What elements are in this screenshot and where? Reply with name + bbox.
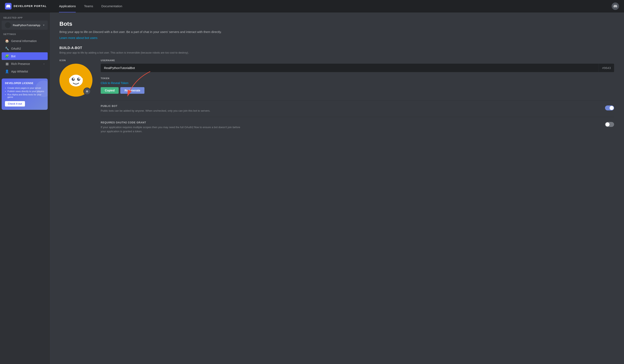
nav-teams[interactable]: Teams: [80, 0, 97, 12]
bot-builder: ICON: [59, 59, 614, 137]
public-bot-desc: Public bots can be added by anyone. When…: [101, 109, 245, 113]
topnav: DEVELOPER PORTAL Applications Teams Docu…: [0, 0, 624, 12]
app-icon: [5, 22, 11, 28]
dev-license-title: DEVELOPER LICENSE: [5, 82, 44, 85]
bot-avatar-wrapper: ⊕: [59, 64, 92, 97]
public-bot-title: PUBLIC BOT: [101, 105, 601, 108]
icon-label: ICON: [59, 59, 92, 62]
main-content: Bots Bring your app to life on Discord w…: [50, 12, 624, 364]
sidebar-item-app-whitelist[interactable]: 👤 App Whitelist: [2, 68, 48, 75]
svg-point-5: [78, 78, 80, 80]
sidebar-item-label: App Whitelist: [11, 70, 28, 73]
nav-documentation[interactable]: Documentation: [97, 0, 126, 12]
username-label: USERNAME: [101, 59, 614, 62]
bot-avatar-svg: [65, 69, 87, 91]
sidebar: SELECTED APP RealPythonTutorialApp ▾ SET…: [0, 12, 50, 364]
user-avatar[interactable]: [612, 2, 619, 10]
oauth2-grant-section: REQUIRES OAUTH2 CODE GRANT If your appli…: [101, 117, 614, 137]
body-layout: SELECTED APP RealPythonTutorialApp ▾ SET…: [0, 12, 624, 364]
page-subtitle: Bring your app to life on Discord with a…: [59, 30, 225, 34]
dev-license-feature-3: Run Alpha and Beta tests for your game: [5, 93, 44, 98]
token-buttons: Copied Regenerate: [101, 87, 614, 94]
camera-plus-icon: ⊕: [86, 90, 88, 93]
regenerate-button[interactable]: Regenerate: [120, 87, 144, 94]
sidebar-item-bot[interactable]: 🧩 Bot: [2, 52, 48, 60]
svg-point-4: [73, 78, 75, 80]
svg-rect-6: [69, 78, 71, 81]
chevron-down-icon: ▾: [43, 24, 44, 26]
dev-license-feature-2: Publish news directly to your players: [5, 90, 44, 92]
developer-license-card: DEVELOPER LICENSE Create store pages in …: [2, 78, 48, 110]
oauth2-grant-title: REQUIRES OAUTH2 CODE GRANT: [101, 121, 601, 124]
settings-label: SETTINGS: [0, 33, 49, 35]
reveal-token-link[interactable]: Click to Reveal Token: [101, 81, 128, 85]
nav-links: Applications Teams Documentation: [55, 0, 612, 12]
home-icon: 🏠: [5, 39, 9, 43]
public-bot-toggle-track[interactable]: [605, 106, 614, 111]
sidebar-item-oauth2[interactable]: 🔧 OAuth2: [2, 45, 48, 52]
svg-rect-7: [80, 78, 83, 81]
puzzle-icon: 🧩: [5, 54, 9, 58]
public-bot-toggle[interactable]: [605, 106, 614, 111]
logo[interactable]: DEVELOPER PORTAL: [5, 3, 47, 9]
oauth2-grant-toggle[interactable]: [605, 122, 614, 127]
oauth2-grant-toggle-track[interactable]: [605, 122, 614, 127]
chevron-right-icon: ›: [44, 62, 44, 65]
wrench-icon: 🔧: [5, 46, 9, 50]
icon-section: ICON: [59, 59, 92, 97]
username-token-section: USERNAME #9643 TOKEN Click to Reveal Tok…: [101, 59, 614, 137]
oauth2-grant-desc: If your application requires multiple sc…: [101, 125, 245, 133]
sidebar-item-label: OAuth2: [11, 47, 21, 50]
sidebar-item-general-information[interactable]: 🏠 General Information: [2, 37, 48, 45]
sidebar-item-rich-presence[interactable]: ▦ Rich Presence ›: [2, 60, 48, 68]
username-discriminator: #9643: [599, 64, 614, 72]
build-a-bot-title: BUILD-A-BOT: [59, 46, 614, 50]
logo-text: DEVELOPER PORTAL: [14, 4, 47, 8]
learn-more-link[interactable]: Learn more about bot users: [59, 36, 97, 40]
oauth2-grant-row: REQUIRES OAUTH2 CODE GRANT If your appli…: [101, 121, 614, 133]
copied-button[interactable]: Copied: [101, 87, 119, 94]
app-name: RealPythonTutorialApp: [13, 24, 41, 27]
public-bot-row: PUBLIC BOT Public bots can be added by a…: [101, 105, 614, 113]
app-selector[interactable]: RealPythonTutorialApp ▾: [2, 21, 48, 30]
check-it-out-button[interactable]: Check it out: [5, 101, 25, 107]
build-a-bot-subtitle: Bring your app to life by adding a bot u…: [59, 51, 614, 54]
nav-applications[interactable]: Applications: [55, 0, 80, 12]
sidebar-item-label: Bot: [11, 55, 15, 58]
sidebar-item-label: Rich Presence: [11, 62, 30, 66]
dev-license-feature-1: Create store pages in your server: [5, 87, 44, 89]
token-label: TOKEN: [101, 77, 614, 80]
dev-license-features: Create store pages in your server Publis…: [5, 87, 44, 98]
rich-presence-icon: ▦: [5, 62, 9, 66]
oauth2-grant-info: REQUIRES OAUTH2 CODE GRANT If your appli…: [101, 121, 601, 133]
public-bot-info: PUBLIC BOT Public bots can be added by a…: [101, 105, 601, 113]
upload-avatar-button[interactable]: ⊕: [83, 88, 91, 95]
user-icon: 👤: [5, 69, 9, 73]
discord-logo-icon: [5, 3, 12, 9]
username-input[interactable]: [101, 64, 599, 72]
username-field: #9643: [101, 64, 614, 72]
public-bot-section: PUBLIC BOT Public bots can be added by a…: [101, 100, 614, 117]
sidebar-item-label: General Information: [11, 39, 37, 43]
page-title: Bots: [59, 21, 614, 27]
selected-app-label: SELECTED APP: [0, 17, 49, 19]
